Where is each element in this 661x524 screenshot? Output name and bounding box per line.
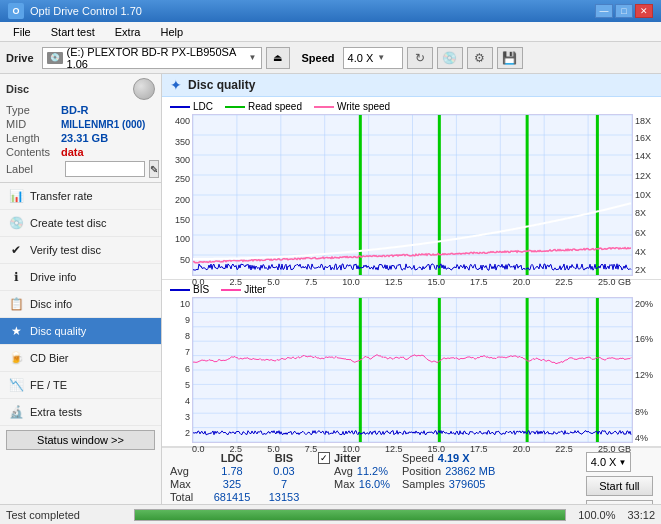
speed-dropdown-arrow: ▼ bbox=[377, 53, 385, 62]
menu-bar: File Start test Extra Help bbox=[0, 22, 661, 42]
nav-item-transfer-rate[interactable]: 📊Transfer rate bbox=[0, 183, 161, 210]
nav-item-fe-te[interactable]: 📉FE / TE bbox=[0, 372, 161, 399]
legend-read-color bbox=[225, 106, 245, 108]
nav-icon-disc-quality: ★ bbox=[8, 323, 24, 339]
disc-length-value: 23.31 GB bbox=[61, 132, 108, 144]
disc-mid-value: MILLENMR1 (000) bbox=[61, 119, 145, 130]
disc-contents-label: Contents bbox=[6, 146, 61, 158]
drive-dropdown-arrow: ▼ bbox=[249, 53, 257, 62]
main-layout: Disc Type BD-R MID MILLENMR1 (000) Lengt… bbox=[0, 74, 661, 524]
position-label: Position bbox=[402, 465, 441, 477]
disc-label-input[interactable] bbox=[65, 161, 145, 177]
menu-extra[interactable]: Extra bbox=[106, 23, 150, 41]
nav-label-extra-tests: Extra tests bbox=[30, 406, 82, 418]
chart1-legend: LDC Read speed Write speed bbox=[162, 99, 661, 114]
nav-item-extra-tests[interactable]: 🔬Extra tests bbox=[0, 399, 161, 426]
nav-label-transfer-rate: Transfer rate bbox=[30, 190, 93, 202]
status-text: Test completed bbox=[6, 509, 126, 521]
nav-label-create-test-disc: Create test disc bbox=[30, 217, 106, 229]
charts-container: LDC Read speed Write speed 400 bbox=[162, 97, 661, 447]
stats-avg-bis: 0.03 bbox=[258, 465, 310, 477]
nav-label-drive-info: Drive info bbox=[30, 271, 76, 283]
chart2-area bbox=[192, 297, 633, 443]
stats-avg-label: Avg bbox=[170, 465, 206, 477]
disc-panel: Disc Type BD-R MID MILLENMR1 (000) Lengt… bbox=[0, 74, 161, 183]
nav-icon-disc-info: 📋 bbox=[8, 296, 24, 312]
eject-button[interactable]: ⏏ bbox=[266, 47, 290, 69]
jitter-avg-value: 11.2% bbox=[357, 465, 388, 477]
drive-icon: 💿 bbox=[47, 52, 63, 64]
nav-label-fe-te: FE / TE bbox=[30, 379, 67, 391]
disc-length-label: Length bbox=[6, 132, 61, 144]
time-text: 33:12 bbox=[627, 509, 655, 521]
legend-write-speed: Write speed bbox=[314, 101, 390, 112]
nav-item-disc-quality[interactable]: ★Disc quality bbox=[0, 318, 161, 345]
nav-label-cd-bier: CD Bier bbox=[30, 352, 69, 364]
disc-type-label: Type bbox=[6, 104, 61, 116]
legend-jitter-color bbox=[221, 289, 241, 291]
legend-bis-color bbox=[170, 289, 190, 291]
legend-read-label: Read speed bbox=[248, 101, 302, 112]
stats-max-label: Max bbox=[170, 478, 206, 490]
legend-bis: BIS bbox=[170, 284, 209, 295]
chart1-area bbox=[192, 114, 633, 276]
stats-total-bis: 13153 bbox=[258, 491, 310, 503]
stats-total-ldc: 681415 bbox=[206, 491, 258, 503]
menu-file[interactable]: File bbox=[4, 23, 40, 41]
legend-write-label: Write speed bbox=[337, 101, 390, 112]
stats-max-bis: 7 bbox=[258, 478, 310, 490]
nav-menu: 📊Transfer rate💿Create test disc✔Verify t… bbox=[0, 183, 161, 426]
window-title: Opti Drive Control 1.70 bbox=[30, 5, 142, 17]
chart2-y-axis-right: 20% 16% 12% 8% 4% bbox=[633, 297, 661, 443]
disc-label-label: Label bbox=[6, 163, 61, 175]
speed-dropdown-value: 4.0 X bbox=[591, 456, 617, 468]
stats-table-section: LDC BIS Avg 1.78 0.03 Max 325 7 Total 68… bbox=[170, 452, 310, 503]
nav-icon-cd-bier: 🍺 bbox=[8, 350, 24, 366]
status-window-button[interactable]: Status window >> bbox=[6, 430, 155, 450]
legend-ldc-label: LDC bbox=[193, 101, 213, 112]
menu-start-test[interactable]: Start test bbox=[42, 23, 104, 41]
disc-type-row: Type BD-R bbox=[6, 104, 155, 116]
progress-text: 100.0% bbox=[578, 509, 615, 521]
nav-icon-drive-info: ℹ bbox=[8, 269, 24, 285]
speed-position-section: Speed 4.19 X Position 23862 MB Samples 3… bbox=[402, 452, 495, 490]
maximize-button[interactable]: □ bbox=[615, 4, 633, 18]
disc-length-row: Length 23.31 GB bbox=[6, 132, 155, 144]
close-button[interactable]: ✕ bbox=[635, 4, 653, 18]
disc-label-edit-button[interactable]: ✎ bbox=[149, 160, 159, 178]
nav-icon-fe-te: 📉 bbox=[8, 377, 24, 393]
refresh-button[interactable]: ↻ bbox=[407, 47, 433, 69]
progress-bar-fill bbox=[135, 510, 565, 520]
chart2-section: BIS Jitter 10 9 8 7 6 5 bbox=[162, 280, 661, 447]
drive-selector[interactable]: 💿 (E:) PLEXTOR BD-R PX-LB950SA 1.06 ▼ bbox=[42, 47, 262, 69]
settings-button[interactable]: ⚙ bbox=[467, 47, 493, 69]
nav-icon-transfer-rate: 📊 bbox=[8, 188, 24, 204]
nav-label-disc-quality: Disc quality bbox=[30, 325, 86, 337]
disc-type-value: BD-R bbox=[61, 104, 89, 116]
nav-item-create-test-disc[interactable]: 💿Create test disc bbox=[0, 210, 161, 237]
nav-icon-verify-test-disc: ✔ bbox=[8, 242, 24, 258]
jitter-avg-label: Avg bbox=[334, 465, 353, 477]
menu-help[interactable]: Help bbox=[151, 23, 192, 41]
legend-jitter: Jitter bbox=[221, 284, 266, 295]
speed-dropdown[interactable]: 4.0 X ▼ bbox=[586, 452, 632, 472]
legend-ldc-color bbox=[170, 106, 190, 108]
window-controls[interactable]: — □ ✕ bbox=[595, 4, 653, 18]
position-value: 23862 MB bbox=[445, 465, 495, 477]
drive-label: Drive bbox=[6, 52, 34, 64]
samples-value: 379605 bbox=[449, 478, 486, 490]
disc-button[interactable]: 💿 bbox=[437, 47, 463, 69]
speed-dropdown-arrow: ▼ bbox=[618, 458, 626, 467]
drive-value: (E:) PLEXTOR BD-R PX-LB950SA 1.06 bbox=[67, 46, 245, 70]
save-button[interactable]: 💾 bbox=[497, 47, 523, 69]
jitter-section: ✓ Jitter Avg 11.2% Max 16.0% bbox=[318, 452, 390, 490]
nav-item-disc-info[interactable]: 📋Disc info bbox=[0, 291, 161, 318]
speed-selector[interactable]: 4.0 X ▼ bbox=[343, 47, 403, 69]
progress-bar-container bbox=[134, 509, 566, 521]
minimize-button[interactable]: — bbox=[595, 4, 613, 18]
nav-item-cd-bier[interactable]: 🍺CD Bier bbox=[0, 345, 161, 372]
nav-item-verify-test-disc[interactable]: ✔Verify test disc bbox=[0, 237, 161, 264]
nav-item-drive-info[interactable]: ℹDrive info bbox=[0, 264, 161, 291]
disc-contents-value: data bbox=[61, 146, 84, 158]
start-full-button[interactable]: Start full bbox=[586, 476, 653, 496]
